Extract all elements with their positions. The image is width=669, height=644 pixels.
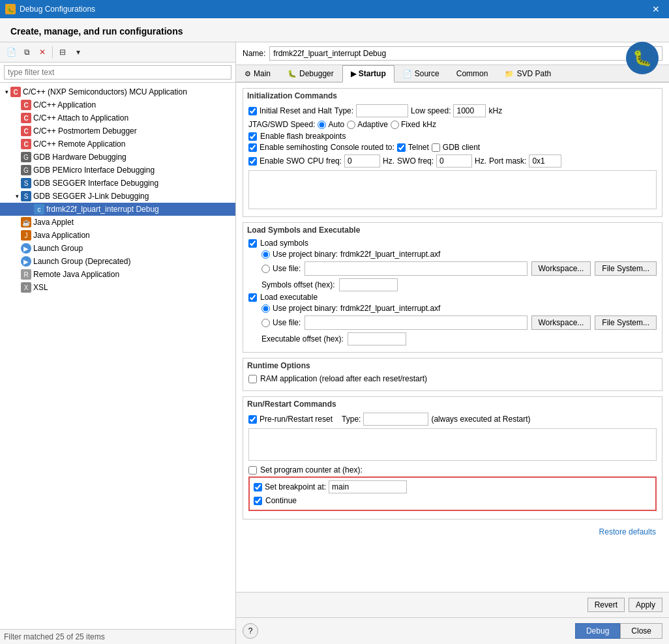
tree-item-gdb-segger-jlink[interactable]: ▾ S GDB SEGGER J-Link Debugging	[0, 190, 235, 203]
collapse-all-button[interactable]: ⊟	[55, 45, 70, 59]
swo-checkbox[interactable]	[248, 157, 257, 166]
ram-app-checkbox[interactable]	[248, 375, 257, 383]
tab-main[interactable]: ⚙ Main	[236, 65, 279, 81]
load-symbols-section: Load Symbols and Executable Load symbols…	[243, 222, 662, 353]
fixed-radio-label: Fixed	[391, 120, 420, 129]
xsl-label: XSL	[33, 283, 48, 292]
exec-offset-row: Executable offset (hex):	[248, 332, 657, 345]
tab-source[interactable]: 📄 Source	[394, 65, 448, 81]
semihosting-checkbox[interactable]	[248, 143, 257, 152]
adaptive-label: Adaptive	[357, 120, 388, 129]
workspace2-button[interactable]: Workspace...	[531, 315, 591, 330]
jtag-adaptive-radio[interactable]	[347, 121, 355, 129]
use-project-bin1-radio[interactable]	[261, 250, 270, 259]
load-symbols-checkbox[interactable]	[248, 239, 257, 248]
initial-reset-checkbox[interactable]	[248, 107, 257, 115]
apply-button[interactable]: Apply	[629, 598, 662, 612]
type2-label: Type:	[342, 415, 361, 424]
cpp-remote-icon: C	[21, 139, 31, 149]
jtag-fixed-radio[interactable]	[391, 121, 399, 129]
run-type-input[interactable]	[363, 413, 428, 426]
gdb-pemicro-label: GDB PEMicro Interface Debugging	[33, 166, 155, 175]
exec-offset-input[interactable]	[348, 332, 406, 345]
restore-defaults-link[interactable]: Restore defaults	[599, 527, 656, 536]
duplicate-config-button[interactable]: ⧉	[20, 45, 34, 59]
header-title: Create, manage, and run configurations	[10, 26, 659, 37]
symbols-offset-row: Symbols offset (hex):	[248, 278, 657, 291]
tab-svd-path[interactable]: 📁 SVD Path	[496, 65, 559, 81]
tree-item-gdb-pemicro[interactable]: G GDB PEMicro Interface Debugging	[0, 164, 235, 177]
tree-item-gdb-hardware[interactable]: G GDB Hardware Debugging	[0, 151, 235, 164]
java-applet-icon: ☕	[21, 217, 31, 227]
port-mask-input[interactable]	[529, 154, 561, 168]
delete-config-button[interactable]: ✕	[35, 45, 50, 59]
run-restart-textarea[interactable]	[248, 428, 657, 461]
toolbar: 📄 ⧉ ✕ ⊟ ▾	[0, 42, 235, 63]
tree-item-launch-group-dep[interactable]: ▶ Launch Group (Deprecated)	[0, 255, 235, 268]
set-pc-checkbox[interactable]	[248, 466, 257, 475]
set-bp-checkbox[interactable]	[254, 483, 262, 491]
tab-common[interactable]: Common	[448, 65, 497, 81]
tree-item-xsl[interactable]: X XSL	[0, 281, 235, 294]
init-commands-textarea[interactable]	[248, 170, 657, 209]
tree-item-launch-group[interactable]: ▶ Launch Group	[0, 242, 235, 255]
tree-item-gdb-segger-if[interactable]: S GDB SEGGER Interface Debugging	[0, 177, 235, 190]
breakpoint-value-input[interactable]	[329, 480, 407, 493]
use-file1-input[interactable]	[305, 261, 527, 276]
debug-button[interactable]: Debug	[575, 623, 620, 639]
use-project-bin2-radio[interactable]	[261, 304, 270, 313]
tree-item-cpp-attach[interactable]: C C/C++ Attach to Application	[0, 111, 235, 124]
revert-button[interactable]: Revert	[587, 598, 625, 612]
tree-item-cpp-remote[interactable]: C C/C++ Remote Application	[0, 138, 235, 151]
use-file2-radio-label: Use file:	[261, 318, 301, 327]
app-icon: 🐛	[5, 4, 16, 14]
project-bin1-value: frdmk22f_lpuart_interrupt.axf	[340, 250, 440, 259]
filter-input[interactable]	[4, 65, 231, 80]
tree-item-cpp-app[interactable]: C C/C++ Application	[0, 98, 235, 111]
init-commands-title: Initialization Commands	[243, 89, 662, 102]
continue-checkbox[interactable]	[254, 497, 262, 505]
source-tab-icon: 📄	[403, 70, 412, 78]
tab-debugger[interactable]: 🐛 Debugger	[279, 65, 342, 81]
use-file2-radio[interactable]	[261, 319, 270, 327]
symbols-offset-input[interactable]	[339, 278, 398, 291]
runtime-title: Runtime Options	[243, 359, 662, 372]
tree-item-cpp-postmortem[interactable]: C C/C++ Postmortem Debugger	[0, 124, 235, 138]
window-close-button[interactable]: ✕	[648, 3, 664, 16]
use-file2-label: Use file:	[273, 318, 301, 327]
telnet-checkbox[interactable]	[397, 143, 406, 152]
file-system2-button[interactable]: File System...	[595, 315, 657, 330]
load-symbols-body: Load symbols Use project binary: frdmk22…	[243, 236, 662, 352]
load-exec-checkbox[interactable]	[248, 293, 257, 302]
flash-bp-checkbox[interactable]	[248, 132, 257, 141]
restore-defaults-link-row: Restore defaults	[243, 525, 662, 539]
cpp-mcu-icon: C	[10, 87, 21, 97]
close-button[interactable]: Close	[620, 623, 662, 639]
cpu-freq-input[interactable]	[344, 154, 380, 168]
workspace1-button[interactable]: Workspace...	[531, 261, 591, 276]
use-file1-radio[interactable]	[261, 265, 270, 273]
gdb-client-checkbox[interactable]	[432, 143, 440, 152]
khz2-label: kHz	[423, 120, 436, 129]
tree-item-frdmk22f[interactable]: c frdmk22f_lpuart_interrupt Debug	[0, 203, 235, 216]
new-config-button[interactable]: 📄	[4, 45, 18, 59]
pre-run-checkbox[interactable]	[248, 415, 257, 424]
type-input[interactable]	[356, 104, 408, 117]
file-system1-button[interactable]: File System...	[595, 261, 657, 276]
use-project-bin1-radio-label: Use project binary:	[261, 250, 338, 259]
use-file2-input[interactable]	[305, 315, 527, 330]
tab-startup[interactable]: ▶ Startup	[342, 65, 394, 83]
continue-label: Continue	[265, 496, 297, 505]
help-button[interactable]: ?	[243, 623, 258, 639]
tree-item-java-app[interactable]: J Java Application	[0, 229, 235, 242]
expand-button[interactable]: ▾	[71, 45, 85, 59]
name-row: Name:	[236, 42, 669, 65]
jtag-auto-radio[interactable]	[318, 121, 326, 129]
content-area: 📄 ⧉ ✕ ⊟ ▾ ▾ C C/C++ (NXP Semiconductors)…	[0, 42, 669, 644]
tree-item-cpp-mcu[interactable]: ▾ C C/C++ (NXP Semiconductors) MCU Appli…	[0, 85, 235, 98]
tree-item-java-applet[interactable]: ☕ Java Applet	[0, 216, 235, 229]
tree-item-remote-java[interactable]: R Remote Java Application	[0, 268, 235, 281]
low-speed-input[interactable]	[453, 104, 486, 117]
swo-freq-input[interactable]	[436, 154, 472, 168]
config-name-input[interactable]	[269, 46, 662, 61]
